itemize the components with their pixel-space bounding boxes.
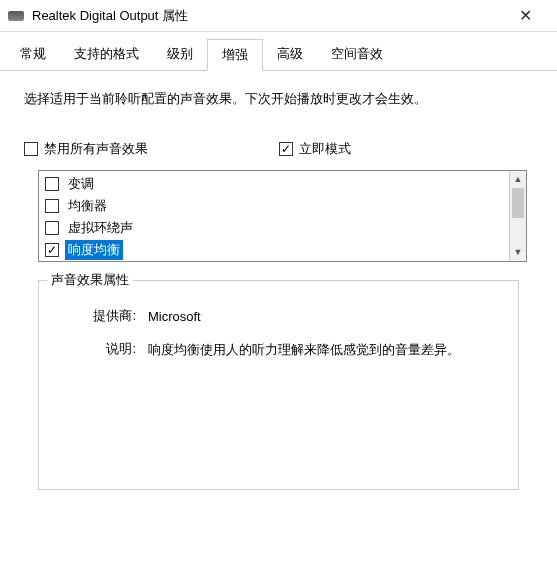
effect-item[interactable]: 均衡器 (43, 195, 505, 217)
provider-label: 提供商: (53, 307, 148, 328)
effect-checkbox[interactable] (45, 243, 59, 257)
description-label: 说明: (53, 340, 148, 361)
disable-all-effects-option[interactable]: 禁用所有声音效果 (24, 140, 279, 158)
enhancements-panel: 选择适用于当前聆听配置的声音效果。下次开始播放时更改才会生效。 禁用所有声音效果… (0, 71, 557, 508)
provider-value: Microsoft (148, 307, 504, 328)
scroll-thumb[interactable] (512, 188, 524, 218)
intro-text: 选择适用于当前聆听配置的声音效果。下次开始播放时更改才会生效。 (24, 89, 533, 110)
sound-device-icon (8, 11, 24, 21)
window-title: Realtek Digital Output 属性 (32, 7, 188, 25)
effect-item[interactable]: 变调 (43, 173, 505, 195)
close-button[interactable]: ✕ (505, 6, 545, 25)
disable-all-effects-checkbox[interactable] (24, 142, 38, 156)
immediate-mode-checkbox[interactable] (279, 142, 293, 156)
titlebar: Realtek Digital Output 属性 ✕ (0, 0, 557, 32)
group-title: 声音效果属性 (47, 271, 133, 289)
effect-label: 均衡器 (65, 196, 110, 216)
provider-row: 提供商: Microsoft (53, 307, 504, 328)
effect-item[interactable]: 虚拟环绕声 (43, 217, 505, 239)
description-value: 响度均衡使用人的听力理解来降低感觉到的音量差异。 (148, 340, 504, 361)
effect-properties-group: 声音效果属性 提供商: Microsoft 说明: 响度均衡使用人的听力理解来降… (38, 280, 519, 490)
tab-advanced[interactable]: 高级 (263, 39, 317, 71)
description-row: 说明: 响度均衡使用人的听力理解来降低感觉到的音量差异。 (53, 340, 504, 361)
effect-label: 变调 (65, 174, 97, 194)
tabs: 常规支持的格式级别增强高级空间音效 (0, 32, 557, 71)
effects-list[interactable]: 变调均衡器虚拟环绕声响度均衡 ▲ ▼ (38, 170, 527, 262)
effect-checkbox[interactable] (45, 177, 59, 191)
disable-all-effects-label: 禁用所有声音效果 (44, 140, 148, 158)
tab-spatial[interactable]: 空间音效 (317, 39, 397, 71)
scroll-up-button[interactable]: ▲ (510, 171, 526, 188)
effect-checkbox[interactable] (45, 199, 59, 213)
tab-levels[interactable]: 级别 (153, 39, 207, 71)
effect-checkbox[interactable] (45, 221, 59, 235)
top-options-row: 禁用所有声音效果 立即模式 (24, 140, 533, 158)
tab-general[interactable]: 常规 (6, 39, 60, 71)
effect-item[interactable]: 响度均衡 (43, 239, 505, 261)
effect-label: 虚拟环绕声 (65, 218, 136, 238)
immediate-mode-option[interactable]: 立即模式 (279, 140, 534, 158)
scroll-track[interactable] (510, 188, 526, 244)
tab-enhance[interactable]: 增强 (207, 39, 263, 71)
scrollbar[interactable]: ▲ ▼ (509, 171, 526, 261)
scroll-down-button[interactable]: ▼ (510, 244, 526, 261)
effects-items: 变调均衡器虚拟环绕声响度均衡 (39, 171, 509, 261)
tab-formats[interactable]: 支持的格式 (60, 39, 153, 71)
immediate-mode-label: 立即模式 (299, 140, 351, 158)
effect-label: 响度均衡 (65, 240, 123, 260)
